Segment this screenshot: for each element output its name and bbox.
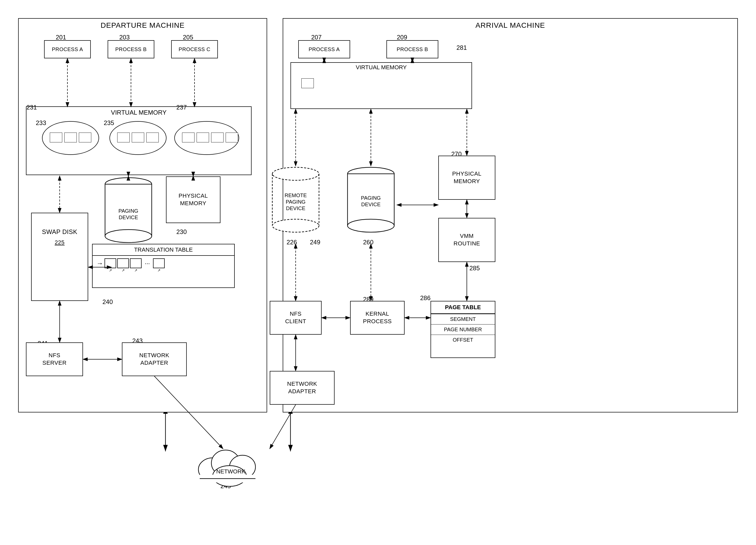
oval-235: [109, 121, 167, 155]
svg-point-41: [348, 219, 394, 232]
ref-285: 285: [469, 265, 480, 272]
ref-201: 201: [56, 34, 66, 41]
departure-machine-label: DEPARTURE MACHINE: [19, 19, 267, 30]
process-a-departure: PROCESS A: [44, 40, 91, 58]
svg-text:REMOTE: REMOTE: [285, 192, 307, 198]
svg-text:NETWORK: NETWORK: [216, 468, 246, 475]
svg-text:DEVICE: DEVICE: [286, 205, 305, 211]
process-b-arrival: PROCESS B: [386, 40, 438, 58]
arrival-machine-label: ARRIVAL MACHINE: [283, 19, 737, 30]
virtual-memory-arrival: VIRTUAL MEMORY: [290, 62, 472, 109]
svg-point-29: [105, 230, 152, 243]
nfs-client: NFS CLIENT: [270, 301, 322, 335]
network-cloud: NETWORK: [192, 438, 270, 490]
ref-237: 237: [176, 104, 187, 111]
svg-text:PAGING: PAGING: [361, 195, 381, 201]
ref-240: 240: [102, 298, 113, 306]
page-table-page-number: PAGE NUMBER: [431, 324, 495, 335]
svg-point-32: [272, 167, 319, 180]
paging-device-arrival: PAGING DEVICE: [345, 166, 397, 244]
virtual-memory-departure: VIRTUAL MEMORY: [26, 106, 252, 175]
ref-203: 203: [119, 34, 130, 41]
oval-233: [42, 121, 99, 155]
ref-235: 235: [104, 119, 114, 127]
oval-237: [174, 121, 239, 155]
page-table-segment: SEGMENT: [431, 314, 495, 324]
svg-text:DEVICE: DEVICE: [361, 202, 380, 207]
network-adapter-arrival: NETWORK ADAPTER: [270, 371, 335, 405]
physical-memory-departure: PHYSICAL MEMORY: [166, 176, 220, 223]
ref-231: 231: [26, 104, 37, 111]
ref-281: 281: [456, 44, 467, 51]
ref-230: 230: [176, 228, 187, 236]
process-c-departure: PROCESS C: [171, 40, 218, 58]
diagram-container: DEPARTURE MACHINE 201 PROCESS A 203 PROC…: [10, 10, 746, 534]
ref-205: 205: [183, 34, 193, 41]
ref-249: 249: [310, 239, 320, 246]
translation-table: TRANSLATION TABLE → ↗ ↗ ↗ ··· ↗: [92, 244, 235, 288]
svg-text:DEVICE: DEVICE: [119, 215, 138, 220]
page-table-offset: OFFSET: [431, 335, 495, 345]
process-a-arrival: PROCESS A: [298, 40, 350, 58]
svg-point-35: [272, 219, 319, 232]
ref-233: 233: [36, 119, 46, 127]
ref-207: 207: [311, 34, 322, 41]
vmm-routine: VMM ROUTINE: [438, 218, 495, 262]
swap-disk: SWAP DISK 225: [31, 213, 88, 301]
nfs-server: NFS SERVER: [26, 342, 83, 376]
page-table: PAGE TABLE SEGMENT PAGE NUMBER OFFSET: [431, 301, 495, 358]
process-b-departure: PROCESS B: [108, 40, 154, 58]
network-adapter-departure: NETWORK ADAPTER: [122, 342, 187, 376]
svg-text:PAGING: PAGING: [119, 208, 138, 214]
physical-memory-arrival: PHYSICAL MEMORY: [438, 156, 495, 200]
kernal-process: KERNAL PROCESS: [350, 301, 405, 335]
svg-text:PAGING: PAGING: [286, 199, 306, 205]
paging-device-departure: PAGING DEVICE: [102, 176, 154, 249]
remote-paging-device: REMOTE PAGING DEVICE: [270, 166, 322, 244]
ref-209: 209: [397, 34, 407, 41]
ref-286: 286: [420, 294, 431, 302]
